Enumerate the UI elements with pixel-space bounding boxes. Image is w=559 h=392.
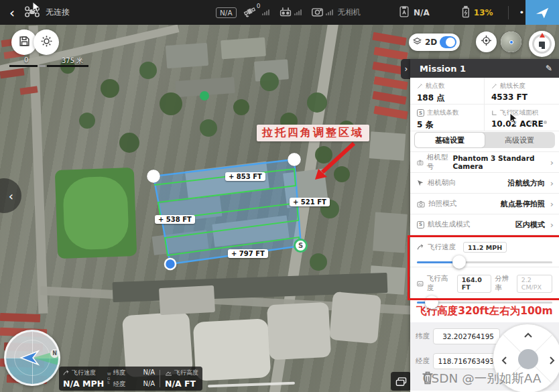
speed-value-box[interactable]: 11.2 MPH: [463, 242, 507, 253]
dpad-up-icon[interactable]: [524, 332, 532, 338]
map-texture: [166, 43, 208, 68]
map-annotation: 拉托四角调整区域: [257, 125, 369, 141]
map-texture: [372, 32, 406, 46]
edge-distance-label: + 521 FT: [290, 198, 330, 206]
map-texture: [260, 72, 279, 91]
map-texture: [152, 230, 209, 255]
row-camera-heading[interactable]: 相机朝向 沿航线方向 ›: [410, 172, 559, 193]
stacked-frames-icon: [395, 377, 407, 387]
map-texture: [221, 38, 266, 60]
telemetry-lng-value: N/A: [143, 380, 156, 389]
save-icon: [18, 35, 31, 50]
locate-icon: [481, 35, 492, 49]
map-texture: [315, 146, 332, 164]
flight-altitude-section: 飞行高度 164.0 FT 分辨率 2.2 CM/PX: [410, 267, 559, 299]
2d-toggle[interactable]: [440, 36, 456, 48]
dpad-center-button[interactable]: [518, 349, 538, 369]
airplane-icon: [534, 5, 550, 20]
speed-slider-thumb[interactable]: [452, 255, 466, 269]
start-point-marker[interactable]: S: [294, 239, 308, 253]
serpentine-icon: S: [417, 109, 424, 117]
map-texture: [200, 119, 217, 137]
mission-planner-app: + 853 FT + 521 FT + 538 FT + 797 FT S 拉托…: [0, 0, 559, 392]
camera-signal-bars: [326, 9, 333, 15]
remote-controller-icon: [279, 5, 292, 19]
divider: [160, 370, 160, 387]
telemetry-lng-label: 经度: [113, 380, 125, 389]
telemetry-bar: 飞行速度 N/A MPH WGS 纬度N/A 经度N/A 飞行高度 N/A FT: [59, 367, 202, 391]
mission-title: Mission 1: [420, 64, 466, 74]
altitude-icon: [165, 370, 172, 377]
map-texture: [373, 106, 408, 120]
map-texture: [372, 91, 406, 105]
edit-icon[interactable]: ✎: [546, 64, 552, 73]
wgs-badge: WGS: [107, 369, 111, 389]
gear-icon: [40, 35, 53, 50]
map-texture: [0, 313, 40, 322]
scale-start-label: 0: [24, 56, 28, 64]
mouse-cursor: [32, 1, 41, 13]
camera-status: 无相机: [338, 7, 361, 17]
map-texture: [159, 285, 215, 315]
dpad-right-icon[interactable]: [550, 356, 555, 365]
stat-waypoints: 航点数 188 点: [410, 78, 485, 105]
mission-stats: 航点数 188 点 航线长度 4533 FT S 主航线条数 5 条 飞行区域面…: [410, 78, 559, 129]
speed-icon: [63, 370, 70, 377]
north-arrow-icon: [540, 33, 545, 38]
takeoff-button[interactable]: [525, 0, 559, 25]
tab-advanced-settings[interactable]: 高级设置: [485, 133, 554, 147]
compass-button[interactable]: [529, 31, 555, 57]
area-icon: [491, 110, 497, 116]
telemetry-lat-label: 纬度: [113, 369, 125, 377]
speed-slider[interactable]: [417, 261, 552, 263]
stats-pagination-dots[interactable]: [530, 121, 547, 124]
row-route-mode[interactable]: S 航线生成模式 区内模式 ›: [410, 214, 559, 235]
lng-input[interactable]: [433, 353, 500, 369]
serpentine-icon: S: [417, 221, 424, 228]
settings-tabs: 基础设置 高级设置: [410, 129, 559, 151]
divider: [508, 6, 509, 19]
flight-speed-section: 飞行速度 11.2 MPH: [410, 235, 559, 267]
lat-input[interactable]: [433, 328, 500, 344]
map-texture: [193, 318, 271, 381]
camera-icon: [417, 200, 425, 208]
nudge-dpad[interactable]: [493, 324, 559, 392]
tab-basic-settings[interactable]: 基础设置: [415, 133, 485, 147]
connection-status: 无连接: [46, 7, 70, 18]
stat-route-length: 航线长度 4533 FT: [485, 78, 559, 105]
camera-icon: [417, 159, 424, 166]
media-layers-button[interactable]: [391, 372, 411, 391]
altitude-value-box[interactable]: 164.0 FT: [457, 275, 492, 293]
back-button[interactable]: ‹: [9, 5, 15, 21]
map-texture: [200, 91, 209, 101]
map-texture: [334, 166, 350, 182]
map-mode-control[interactable]: 2D: [409, 34, 460, 51]
mission-settings-button[interactable]: [34, 29, 59, 55]
heading-icon: [417, 180, 424, 187]
telemetry-lat-value: N/A: [143, 369, 156, 377]
altitude-slider[interactable]: [417, 302, 552, 304]
map-thumbnail-button[interactable]: [501, 31, 521, 52]
row-camera-model[interactable]: 相机型号 Phantom 3 Standard Camera ›: [410, 151, 559, 172]
map-texture: [101, 79, 119, 98]
lat-label: 纬度: [416, 332, 433, 341]
trash-icon[interactable]: [421, 371, 434, 385]
scale-end-label: 375 米: [62, 56, 83, 66]
row-photo-mode[interactable]: 拍照模式 航点悬停拍照 ›: [410, 193, 559, 214]
2d-label: 2D: [425, 38, 437, 47]
mission-panel: Mission 1 ✎ 航点数 188 点 航线长度 4533 FT S 主航线…: [410, 59, 559, 392]
map-texture: [139, 62, 157, 79]
rc-signal-bars: [294, 9, 302, 15]
chevron-right-icon: ›: [550, 199, 554, 209]
locate-button[interactable]: [476, 31, 497, 52]
resolution-label: 分辨率: [495, 274, 512, 293]
gps-count: 0: [257, 3, 261, 9]
telemetry-speed-value: N/A MPH: [63, 379, 102, 389]
status-bar: ‹ 无连接 N/A 0 无相机 N/A 13% •••: [0, 0, 559, 25]
chevron-right-icon: ›: [550, 157, 554, 168]
map-texture: [310, 253, 327, 271]
edge-distance-label: + 797 FT: [228, 249, 268, 258]
mouse-cursor: [509, 113, 518, 125]
dpad-left-icon[interactable]: [501, 356, 507, 365]
map-texture: [79, 113, 95, 129]
